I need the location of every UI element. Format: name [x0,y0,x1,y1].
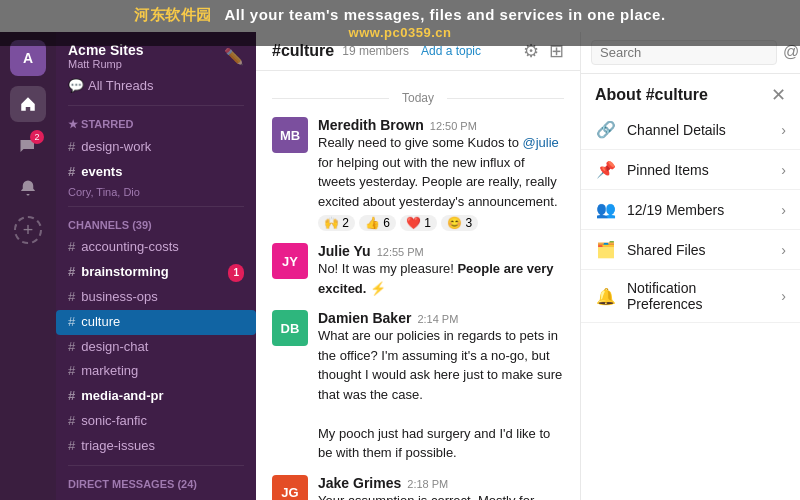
notification-prefs-icon: 🔔 [595,287,617,306]
main-chat-area: #culture 19 members Add a topic ⚙ ⊞ Toda… [256,32,580,500]
rp-shared-files[interactable]: 🗂️ Shared Files › [581,230,800,270]
bold-text: People are very excited. [318,261,554,296]
msg-body-2: Julie Yu 12:55 PM No! It was my pleasure… [318,243,564,298]
msg-text-2: No! It was my pleasure! People are very … [318,259,564,298]
sidebar-item-design-chat[interactable]: #design-chat [56,335,256,360]
reaction-4[interactable]: 😊 3 [441,215,478,231]
rp-channel-details[interactable]: 🔗 Channel Details › [581,110,800,150]
brainstorming-badge: 1 [228,264,244,282]
add-topic-link[interactable]: Add a topic [421,44,481,58]
msg-header-3: Damien Baker 2:14 PM [318,310,564,326]
watermark-text: All your team's messages, files and serv… [225,6,666,23]
sidebar-item-culture[interactable]: #culture [56,310,256,335]
mention-julie: @julie [523,135,559,150]
rail-bell-icon[interactable] [10,170,46,206]
msg-author-1: Meredith Brown [318,117,424,133]
avatar-meredith: MB [272,117,308,153]
sidebar-dm-slackbot[interactable]: ● slackbot [56,494,256,500]
chevron-right-icon-1: › [781,122,786,138]
icon-rail: A 2 + [0,32,56,500]
all-threads-icon: 💬 [68,76,84,97]
rp-header: About #culture ✕ [581,74,800,110]
all-threads-label: All Threads [88,76,154,97]
msg-author-4: Jake Grimes [318,475,401,491]
rp-notification-prefs[interactable]: 🔔 Notification Preferences › [581,270,800,323]
app-container: A 2 + Acme Sites Matt Rump ✏️ 💬 All Thre… [0,32,800,500]
sidebar-all-threads[interactable]: 💬 All Threads [56,74,256,99]
sidebar-item-media-pr[interactable]: #media-and-pr [56,384,256,409]
msg-time-1: 12:50 PM [430,120,477,132]
sidebar-item-business-ops[interactable]: #business-ops [56,285,256,310]
message-2: JY Julie Yu 12:55 PM No! It was my pleas… [272,243,564,298]
chevron-right-icon-2: › [781,162,786,178]
msg-body-3: Damien Baker 2:14 PM What are our polici… [318,310,564,463]
pinned-items-label: Pinned Items [627,162,771,178]
reaction-1[interactable]: 🙌 2 [318,215,355,231]
msg-author-3: Damien Baker [318,310,411,326]
starred-label: ★ STARRED [68,118,244,131]
shared-files-icon: 🗂️ [595,240,617,259]
dm-label: DIRECT MESSAGES (24) [68,478,244,490]
sidebar: Acme Sites Matt Rump ✏️ 💬 All Threads ★ … [56,32,256,500]
user-name: Matt Rump [68,58,143,70]
sidebar-item-sonic[interactable]: #sonic-fanfic [56,409,256,434]
message-3: DB Damien Baker 2:14 PM What are our pol… [272,310,564,463]
channel-name-events: events [81,162,122,183]
rail-chat-icon[interactable]: 2 [10,128,46,164]
rp-pinned-items[interactable]: 📌 Pinned Items › [581,150,800,190]
message-4: JG Jake Grimes 2:18 PM Your assumption i… [272,475,564,501]
chevron-right-icon-4: › [781,242,786,258]
sidebar-divider-1 [68,105,244,106]
watermark-site: www.pc0359.cn [0,25,800,40]
msg-time-3: 2:14 PM [417,313,458,325]
sidebar-item-triage[interactable]: #triage-issues [56,434,256,459]
members-count-label: 12/19 Members [627,202,771,218]
edit-icon[interactable]: ✏️ [224,47,244,66]
workspace-info: Acme Sites Matt Rump [68,42,143,70]
message-1: MB Meredith Brown 12:50 PM Really need t… [272,117,564,231]
msg-time-4: 2:18 PM [407,478,448,490]
sidebar-item-design-work[interactable]: # design-work [56,135,256,160]
sidebar-divider-2 [68,206,244,207]
rail-badge: 2 [30,130,44,144]
reaction-3[interactable]: ❤️ 1 [400,215,437,231]
msg-body-4: Jake Grimes 2:18 PM Your assumption is c… [318,475,564,501]
sidebar-item-accounting[interactable]: #accounting-costs [56,235,256,260]
msg-header-4: Jake Grimes 2:18 PM [318,475,564,491]
chevron-right-icon-3: › [781,202,786,218]
notification-prefs-label: Notification Preferences [627,280,771,312]
channel-details-label: Channel Details [627,122,771,138]
starred-section: ★ STARRED [56,112,256,135]
rail-home-icon[interactable] [10,86,46,122]
shared-files-label: Shared Files [627,242,771,258]
avatar-damien: DB [272,310,308,346]
msg-text-1: Really need to give some Kudos to @julie… [318,133,564,211]
sidebar-item-brainstorming[interactable]: #brainstorming1 [56,260,256,285]
chat-messages: Today MB Meredith Brown 12:50 PM Really … [256,71,580,500]
msg-text-4: Your assumption is correct. Mostly for a… [318,491,564,501]
members-icon: 👥 [595,200,617,219]
msg-header-1: Meredith Brown 12:50 PM [318,117,564,133]
msg-author-2: Julie Yu [318,243,371,259]
rp-close-button[interactable]: ✕ [771,84,786,106]
brand-name: 河东软件园 [134,6,212,23]
rp-title: About #culture [595,86,708,104]
rp-members[interactable]: 👥 12/19 Members › [581,190,800,230]
msg-header-2: Julie Yu 12:55 PM [318,243,564,259]
hash-icon: # [68,162,75,183]
msg-reactions-1: 🙌 2 👍 6 ❤️ 1 😊 3 [318,215,564,231]
msg-time-2: 12:55 PM [377,246,424,258]
channel-details-icon: 🔗 [595,120,617,139]
add-workspace-button[interactable]: + [14,216,42,244]
pinned-items-icon: 📌 [595,160,617,179]
sidebar-item-events[interactable]: # events [56,160,256,185]
reaction-2[interactable]: 👍 6 [359,215,396,231]
avatar-julie: JY [272,243,308,279]
hash-icon: # [68,137,75,158]
avatar-jake: JG [272,475,308,501]
sidebar-divider-3 [68,465,244,466]
sidebar-item-marketing[interactable]: #marketing [56,359,256,384]
member-count: 19 members [342,44,409,58]
watermark-banner: 河东软件园 All your team's messages, files an… [0,0,800,46]
dm-members-label: Cory, Tina, Dio [56,184,256,200]
